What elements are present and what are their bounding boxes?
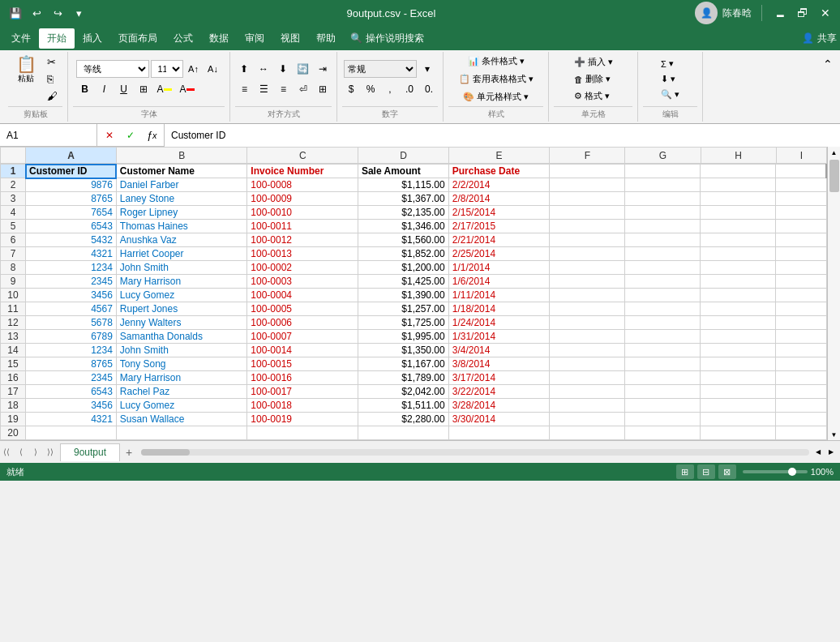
cell-i13[interactable] [776, 330, 826, 344]
align-center-btn[interactable]: ☰ [255, 80, 273, 98]
qat-dropdown[interactable]: ▾ [70, 4, 88, 22]
cell-f9[interactable] [549, 275, 624, 289]
cell-e14[interactable]: 3/4/2014 [448, 344, 549, 357]
row-number[interactable]: 11 [1, 302, 26, 316]
cell-b14[interactable]: John Smith [116, 344, 246, 357]
formula-input[interactable]: Customer ID [165, 124, 840, 147]
fill-color-btn[interactable]: A [154, 80, 175, 98]
cell-i14[interactable] [776, 344, 826, 357]
cell-e11[interactable]: 1/18/2014 [448, 302, 549, 316]
insert-cells-btn[interactable]: ➕ 插入 ▾ [571, 54, 616, 70]
save-qat-btn[interactable]: 💾 [6, 4, 24, 22]
row-number[interactable]: 9 [1, 275, 26, 289]
cell-c2[interactable]: 100-0008 [247, 178, 358, 192]
cell-c14[interactable]: 100-0014 [247, 344, 358, 357]
cell-h13[interactable] [701, 330, 776, 344]
cell-h9[interactable] [701, 275, 776, 289]
cell-b20[interactable] [116, 426, 246, 440]
cell-b6[interactable]: Anushka Vaz [116, 233, 246, 247]
function-btn[interactable]: ƒx [143, 126, 161, 144]
cell-b4[interactable]: Roger Lipney [116, 206, 246, 220]
format-painter-btn[interactable]: 🖌 [44, 88, 61, 104]
share-area[interactable]: 👤 共享 [802, 32, 837, 45]
cell-c17[interactable]: 100-0017 [247, 385, 358, 399]
cell-d18[interactable]: $1,511.00 [358, 399, 448, 413]
cell-d5[interactable]: $1,346.00 [358, 220, 448, 233]
cell-d15[interactable]: $1,167.00 [358, 357, 448, 371]
sum-btn[interactable]: Σ ▾ [658, 57, 683, 71]
cell-h4[interactable] [701, 206, 776, 220]
cell-a7[interactable]: 4321 [26, 247, 117, 261]
cell-c3[interactable]: 100-0009 [247, 192, 358, 206]
undo-qat-btn[interactable]: ↩ [28, 4, 45, 22]
row-number[interactable]: 12 [1, 316, 26, 330]
cell-reference[interactable]: A1 [0, 124, 97, 146]
cell-b8[interactable]: John Smith [116, 261, 246, 275]
decimal-increase-btn[interactable]: .0 [401, 80, 418, 98]
underline-btn[interactable]: U [115, 80, 133, 98]
cell-f18[interactable] [549, 399, 624, 413]
cell-g18[interactable] [625, 399, 701, 413]
cell-e12[interactable]: 1/24/2014 [448, 316, 549, 330]
cell-e16[interactable]: 3/17/2014 [448, 371, 549, 385]
cell-c6[interactable]: 100-0012 [247, 233, 358, 247]
cell-i8[interactable] [776, 261, 826, 275]
indent-increase-btn[interactable]: ⇥ [314, 60, 332, 78]
sheet-nav-last[interactable]: ⟩⟩ [44, 446, 57, 459]
cell-h16[interactable] [701, 371, 776, 385]
cell-f15[interactable] [549, 357, 624, 371]
cell-a6[interactable]: 5432 [26, 233, 117, 247]
row-number[interactable]: 15 [1, 357, 26, 371]
font-color-btn[interactable]: A [177, 80, 198, 98]
cell-c5[interactable]: 100-0011 [247, 220, 358, 233]
cell-b7[interactable]: Harriet Cooper [116, 247, 246, 261]
cell-b5[interactable]: Thomas Haines [116, 220, 246, 233]
cell-a16[interactable]: 2345 [26, 371, 117, 385]
row-number[interactable]: 5 [1, 220, 26, 233]
cell-e1[interactable]: Purchase Date [448, 165, 549, 178]
wrap-text-btn[interactable]: ⏎ [294, 80, 312, 98]
col-header-b[interactable]: B [116, 148, 247, 164]
sheet-nav-first[interactable]: ⟨⟨ [0, 446, 13, 459]
cell-f6[interactable] [549, 233, 624, 247]
cell-d14[interactable]: $1,350.00 [358, 344, 448, 357]
cell-a5[interactable]: 6543 [26, 220, 117, 233]
cell-g8[interactable] [625, 261, 701, 275]
sheet-nav-next[interactable]: ⟩ [29, 446, 42, 459]
v-scroll-thumb[interactable] [829, 160, 839, 192]
align-bottom-btn[interactable]: ⬇ [274, 60, 292, 78]
cell-f16[interactable] [549, 371, 624, 385]
cell-e17[interactable]: 3/22/2014 [448, 385, 549, 399]
cell-e9[interactable]: 1/6/2014 [448, 275, 549, 289]
cell-e15[interactable]: 3/8/2014 [448, 357, 549, 371]
cell-d20[interactable] [358, 426, 448, 440]
cell-f20[interactable] [549, 426, 624, 440]
cell-c10[interactable]: 100-0004 [247, 289, 358, 302]
h-scroll-thumb[interactable] [141, 449, 190, 456]
cell-h18[interactable] [701, 399, 776, 413]
row-number[interactable]: 16 [1, 371, 26, 385]
cell-b3[interactable]: Laney Stone [116, 192, 246, 206]
menu-file[interactable]: 文件 [3, 28, 39, 49]
cell-d10[interactable]: $1,390.00 [358, 289, 448, 302]
cell-b10[interactable]: Lucy Gomez [116, 289, 246, 302]
cell-d17[interactable]: $2,042.00 [358, 385, 448, 399]
conditional-format-btn[interactable]: 📊 条件格式 ▾ [465, 54, 528, 69]
menu-view[interactable]: 视图 [272, 28, 308, 49]
cell-h20[interactable] [701, 426, 776, 440]
cell-c13[interactable]: 100-0007 [247, 330, 358, 344]
format-cells-btn[interactable]: ⚙ 格式 ▾ [571, 88, 616, 104]
cell-b18[interactable]: Lucy Gomez [116, 399, 246, 413]
cell-b11[interactable]: Rupert Jones [116, 302, 246, 316]
number-format-select[interactable]: 常规 [344, 60, 417, 78]
cell-e13[interactable]: 1/31/2014 [448, 330, 549, 344]
cell-i4[interactable] [776, 206, 826, 220]
menu-formula[interactable]: 公式 [165, 28, 201, 49]
cell-a10[interactable]: 3456 [26, 289, 117, 302]
delete-cells-btn[interactable]: 🗑 删除 ▾ [571, 71, 616, 87]
redo-qat-btn[interactable]: ↪ [49, 4, 66, 22]
cell-h1[interactable] [701, 165, 776, 178]
cell-a8[interactable]: 1234 [26, 261, 117, 275]
cell-h5[interactable] [701, 220, 776, 233]
col-header-d[interactable]: D [358, 148, 449, 164]
